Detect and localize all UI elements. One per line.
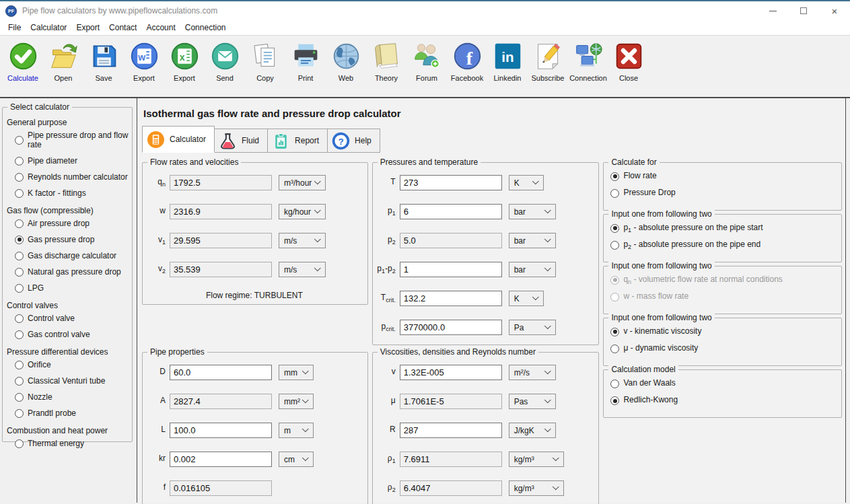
p2-input[interactable] xyxy=(400,233,502,248)
web-button[interactable]: Web xyxy=(326,41,366,82)
radio-natural-gas[interactable]: Natural gas pressure drop xyxy=(15,265,129,279)
field-row-p1: p1 bar xyxy=(377,204,594,219)
gas-constant-unit-select[interactable]: J/kgK xyxy=(509,423,556,438)
gas-constant-input[interactable] xyxy=(400,423,502,438)
diameter-input[interactable] xyxy=(170,365,272,380)
radio-gas-discharge[interactable]: Gas discharge calculator xyxy=(15,249,129,262)
radio-gas-pressure-drop[interactable]: Gas pressure drop xyxy=(15,233,129,246)
subscribe-button[interactable]: Subscribe xyxy=(528,41,568,82)
tcrit-unit-select[interactable]: K xyxy=(509,291,544,306)
connection-button[interactable]: Connection xyxy=(568,41,608,82)
temperature-input[interactable] xyxy=(400,175,502,190)
temperature-unit-select[interactable]: K xyxy=(509,175,544,190)
p1-input[interactable] xyxy=(400,204,502,219)
dynamic-viscosity-unit-select[interactable]: Pas xyxy=(509,394,556,409)
tab-report[interactable]: Report xyxy=(268,129,328,153)
radio-pipe-pressure-drop[interactable]: Pipe pressure drop and flow rate xyxy=(15,129,129,151)
menu-file[interactable]: File xyxy=(3,22,26,34)
radio-air-pressure-drop[interactable]: Air pressure drop xyxy=(15,217,129,230)
export-excel-button[interactable]: x Export xyxy=(164,41,205,82)
length-unit-select[interactable]: m xyxy=(279,423,314,438)
close-window-button[interactable]: × xyxy=(819,1,850,20)
radio-gas-control-valve[interactable]: Gas control valve xyxy=(15,328,129,341)
close-app-button[interactable]: Close xyxy=(608,41,649,82)
facebook-button[interactable]: f Facebook xyxy=(447,41,487,82)
radio-icon xyxy=(15,330,24,339)
density1-unit-select[interactable]: kg/m³ xyxy=(509,452,564,467)
p1-unit-select[interactable]: bar xyxy=(509,204,556,219)
field-row-kr: kr cm xyxy=(147,452,362,467)
menu-contact[interactable]: Contact xyxy=(104,22,141,34)
radio-pipe-diameter[interactable]: Pipe diameter xyxy=(15,154,129,168)
menu-calculator[interactable]: Calculator xyxy=(26,22,71,34)
kinematic-viscosity-input[interactable] xyxy=(400,365,502,380)
tcrit-input[interactable] xyxy=(400,291,502,306)
save-button[interactable]: Save xyxy=(83,41,124,82)
qn-input[interactable] xyxy=(170,175,272,190)
maximize-button[interactable] xyxy=(788,1,819,20)
menu-export[interactable]: Export xyxy=(71,22,104,34)
v1-input[interactable] xyxy=(170,233,272,248)
tab-fluid[interactable]: Fluid xyxy=(215,129,268,153)
v2-input[interactable] xyxy=(170,262,272,277)
radio-flow-rate[interactable]: Flow rate xyxy=(610,171,835,182)
linkedin-button[interactable]: in Linkedin xyxy=(487,41,528,82)
radio-kinematic-viscosity-choice[interactable]: v - kinematic viscosity xyxy=(610,326,835,337)
minimize-button[interactable] xyxy=(757,1,788,20)
dynamic-viscosity-input[interactable] xyxy=(400,394,502,409)
chevron-down-icon xyxy=(544,367,551,374)
roughness-input[interactable] xyxy=(170,452,272,467)
radio-redlich-kwong[interactable]: Redlich-Kwong xyxy=(610,395,835,406)
v1-unit-select[interactable]: m/s xyxy=(279,233,326,248)
density2-unit-select[interactable]: kg/m³ xyxy=(509,480,564,496)
kinematic-viscosity-unit-select[interactable]: m²/s xyxy=(509,365,556,380)
print-button[interactable]: Print xyxy=(285,41,326,82)
calculate-button[interactable]: Calculate xyxy=(3,41,43,82)
pressure-drop-unit-select[interactable]: bar xyxy=(509,262,556,277)
radio-nozzle[interactable]: Nozzle xyxy=(15,390,129,404)
radio-thermal-energy[interactable]: Thermal energy xyxy=(15,437,129,450)
forum-button[interactable]: Forum xyxy=(406,41,447,82)
export-word-button[interactable]: w Export xyxy=(124,41,164,82)
friction-factor-input[interactable] xyxy=(170,480,272,496)
density2-input[interactable] xyxy=(400,480,502,496)
radio-van-der-waals[interactable]: Van der Waals xyxy=(610,378,835,389)
radio-venturi[interactable]: Classical Venturi tube xyxy=(15,374,129,388)
w-unit-select[interactable]: kg/hour xyxy=(279,204,326,219)
radio-orifice[interactable]: Orifice xyxy=(15,358,129,371)
area-input[interactable] xyxy=(170,394,272,409)
length-input[interactable] xyxy=(170,423,272,438)
pcrit-input[interactable] xyxy=(400,320,502,335)
radio-reynolds-number[interactable]: Reynolds number calculator xyxy=(15,170,129,184)
send-button[interactable]: Send xyxy=(205,41,245,82)
radio-k-factor[interactable]: K factor - fittings xyxy=(15,186,129,200)
radio-control-valve[interactable]: Control valve xyxy=(15,312,129,325)
pressure-drop-input[interactable] xyxy=(400,262,502,277)
svg-text:?: ? xyxy=(338,136,343,146)
open-button[interactable]: Open xyxy=(43,41,83,82)
menu-account[interactable]: Account xyxy=(141,22,180,34)
radio-prandtl-probe[interactable]: Prandtl probe xyxy=(15,406,129,420)
radio-lpg[interactable]: LPG xyxy=(15,281,129,295)
menu-connection[interactable]: Connection xyxy=(180,22,231,34)
radio-dynamic-viscosity-choice[interactable]: μ - dynamic viscosity xyxy=(610,343,835,354)
p2-unit-select[interactable]: bar xyxy=(509,233,556,248)
copy-button[interactable]: Copy xyxy=(245,41,285,82)
field-row-L: L m xyxy=(147,423,362,438)
roughness-unit-select[interactable]: cm xyxy=(279,452,314,467)
area-unit-select[interactable]: mm² xyxy=(279,394,314,409)
radio-p2-input-choice[interactable]: p2 - absolute pressure on the pipe end xyxy=(610,240,835,250)
field-row-D: D mm xyxy=(147,365,362,380)
w-input[interactable] xyxy=(170,204,272,219)
v2-unit-select[interactable]: m/s xyxy=(279,262,326,277)
pcrit-unit-select[interactable]: Pa xyxy=(509,320,556,335)
diameter-unit-select[interactable]: mm xyxy=(279,365,314,380)
theory-button[interactable]: Theory xyxy=(366,41,406,82)
tab-help[interactable]: ? Help xyxy=(328,129,380,153)
density1-input[interactable] xyxy=(400,452,502,467)
radio-p1-input-choice[interactable]: p1 - absolute pressure on the pipe start xyxy=(610,223,835,233)
radio-pressure-drop-option[interactable]: Pressure Drop xyxy=(610,188,835,199)
tab-calculator[interactable]: Calculator xyxy=(142,126,215,153)
qn-unit-select[interactable]: m³/hour xyxy=(279,175,326,190)
calculator-tab-page: Flow rates and velocities qn m³/hour w k… xyxy=(142,153,842,504)
